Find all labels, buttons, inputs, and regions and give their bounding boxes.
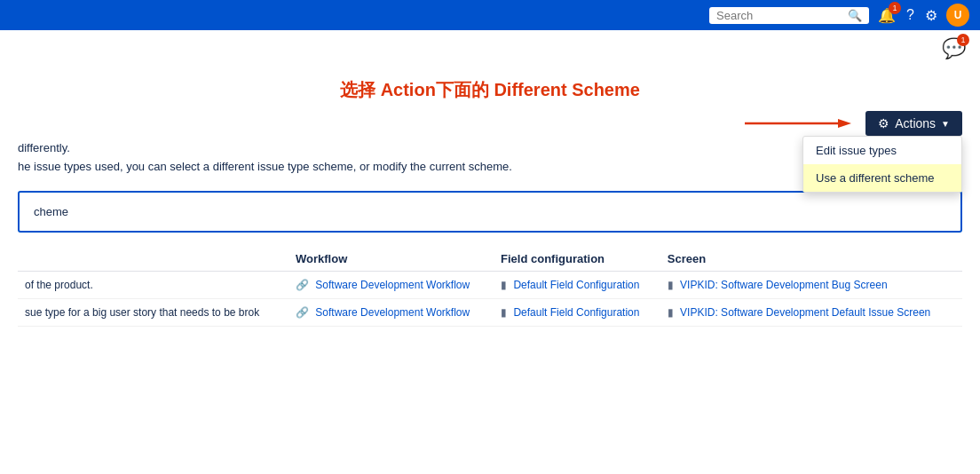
notification-badge: 1	[889, 2, 901, 14]
svg-marker-1	[838, 119, 851, 128]
col-header-screen: Screen	[660, 247, 962, 272]
field-config-link[interactable]: Default Field Configuration	[513, 279, 639, 291]
workflow-link[interactable]: Software Development Workflow	[315, 279, 470, 291]
page-notification-badge: 1	[957, 34, 969, 46]
search-icon: 🔍	[848, 9, 862, 22]
screen-link[interactable]: VIPKID: Software Development Default Iss…	[680, 306, 930, 319]
scheme-label: cheme	[34, 205, 68, 218]
col-header-field-config: Field configuration	[494, 247, 660, 272]
col-header-desc	[18, 247, 288, 272]
cell-workflow: 🔗 Software Development Workflow	[288, 271, 494, 298]
notification-container[interactable]: 🔔 1	[876, 5, 897, 26]
table-row: of the product. 🔗 Software Development W…	[18, 271, 962, 298]
arrow-annotation	[745, 115, 851, 132]
workflow-link[interactable]: Software Development Workflow	[315, 306, 470, 319]
actions-button[interactable]: ⚙ Actions ▼	[865, 111, 962, 136]
annotation-text: 选择 Action下面的 Different Scheme	[340, 78, 640, 102]
table-section: cheme	[18, 191, 962, 233]
actions-button-label: Actions	[895, 116, 936, 130]
edit-issue-types-item[interactable]: Edit issue types	[803, 137, 961, 164]
cell-screen: ▮ VIPKID: Software Development Bug Scree…	[660, 271, 962, 298]
cell-desc: of the product.	[18, 271, 288, 298]
field-config-icon: ▮	[501, 279, 507, 291]
issue-types-table: Workflow Field configuration Screen of t…	[18, 247, 962, 327]
search-input[interactable]	[716, 9, 842, 22]
table-row: sue type for a big user story that needs…	[18, 298, 962, 326]
actions-dropdown-container[interactable]: ⚙ Actions ▼ Edit issue types Use a diffe…	[865, 111, 962, 136]
annotation-area: 选择 Action下面的 Different Scheme	[0, 60, 980, 111]
cell-desc: sue type for a big user story that needs…	[18, 298, 288, 326]
actions-gear-icon: ⚙	[878, 116, 889, 130]
screen-icon: ▮	[668, 279, 674, 291]
arrow-svg	[745, 115, 851, 132]
help-icon[interactable]: ?	[905, 5, 916, 25]
table-container: Workflow Field configuration Screen of t…	[0, 247, 980, 327]
cell-workflow: 🔗 Software Development Workflow	[288, 298, 494, 326]
workflow-icon: 🔗	[296, 306, 309, 319]
top-navigation: 🔍 🔔 1 ? ⚙ U	[0, 0, 980, 30]
field-config-icon: ▮	[501, 306, 507, 319]
cell-field-config: ▮ Default Field Configuration	[494, 271, 660, 298]
actions-dropdown-menu: Edit issue types Use a different scheme	[802, 136, 962, 193]
avatar[interactable]: U	[946, 4, 969, 27]
actions-chevron-icon: ▼	[941, 119, 950, 129]
settings-icon[interactable]: ⚙	[923, 5, 939, 26]
screen-link[interactable]: VIPKID: Software Development Bug Screen	[680, 279, 887, 291]
field-config-link[interactable]: Default Field Configuration	[513, 306, 639, 319]
search-bar[interactable]: 🔍	[709, 7, 869, 24]
page-notification-icon[interactable]: 💬 1	[942, 37, 966, 60]
use-different-scheme-item[interactable]: Use a different scheme	[803, 164, 961, 192]
col-header-workflow: Workflow	[288, 247, 494, 272]
cell-screen: ▮ VIPKID: Software Development Default I…	[660, 298, 962, 326]
cell-field-config: ▮ Default Field Configuration	[494, 298, 660, 326]
main-content: 💬 1 选择 Action下面的 Different Scheme ⚙ Acti…	[0, 30, 980, 474]
workflow-icon: 🔗	[296, 279, 309, 291]
table-header-row: Workflow Field configuration Screen	[18, 247, 962, 272]
screen-icon: ▮	[668, 306, 674, 319]
